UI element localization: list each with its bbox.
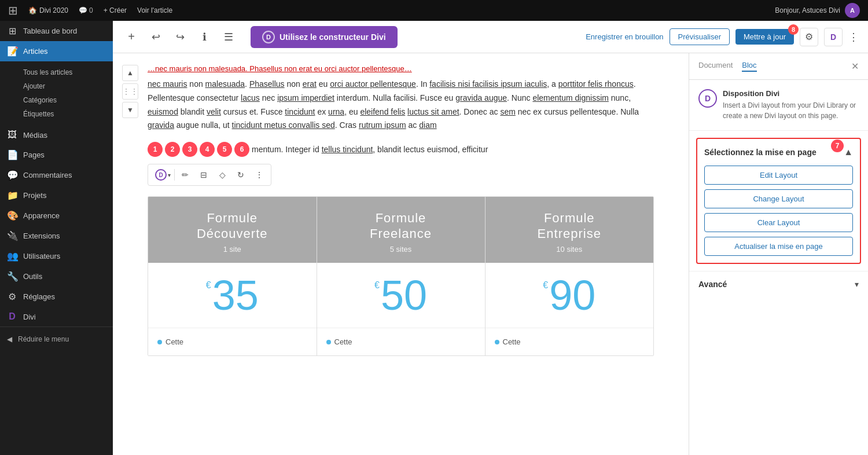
amount-3: 90 [549,274,595,316]
align-icon: ⊟ [200,170,207,179]
sidebar-item-reglages[interactable]: ⚙ Réglages [0,287,113,307]
voir-article-link[interactable]: Voir l'article [137,6,172,14]
avance-section[interactable]: Avancé ▾ [689,271,868,297]
chevron-down-icon: ▾ [168,172,171,178]
link-block-button[interactable]: ◇ [214,167,230,183]
badge-3: 3 [182,142,197,157]
sidebar-item-apparence[interactable]: 🎨 Apparence [0,206,113,226]
panel-header: Document Bloc ✕ [689,53,868,80]
divi-pricing-block: FormuleDécouverte 1 site FormuleFreelanc… [148,196,654,356]
text-link-tincidunt: tincidunt [285,107,315,116]
layout-collapse-button[interactable]: ▲ [844,147,853,157]
divi-disposition-icon: D [698,89,717,108]
info-button[interactable]: ℹ [195,28,214,46]
save-draft-button[interactable]: Enregistrer en brouillon [586,32,663,41]
edit-block-button[interactable]: ✏ [177,167,193,183]
reduce-icon: ◀ [7,335,12,343]
sidebar-item-projets[interactable]: 📁 Projets [0,185,113,206]
text-link-phasellus: Phasellus [249,79,285,89]
collapse-icon: ▲ [844,147,853,157]
align-block-button[interactable]: ⊟ [196,167,212,183]
feature-dot-3 [495,340,499,344]
medias-icon: 🖼 [7,130,17,140]
update-button[interactable]: Mettre à jour 8 [735,29,794,45]
settings-button[interactable]: ⚙ [800,28,818,46]
badge-7: 7 [831,140,844,152]
feature-dot-2 [326,340,331,344]
site-link[interactable]: 🏠 Divi 2020 [28,6,68,14]
pricing-header-col1: FormuleDécouverte 1 site [148,197,317,263]
more-icon: ⋮ [848,31,859,43]
sidebar-item-utilisateurs[interactable]: 👥 Utilisateurs [0,246,113,266]
sidebar-item-divi[interactable]: D Divi [0,307,113,326]
utilisateurs-icon: 👥 [7,251,17,262]
divi-block-d-icon: D [155,169,167,181]
commentaires-icon: 💬 [7,170,17,181]
sidebar-item-pages[interactable]: 📄 Pages [0,145,113,165]
layout-selection-section: Sélectionnez la mise en page 7 ▲ Edit La… [696,138,861,264]
sidebar-sub-categories[interactable]: Catégories [0,93,113,107]
text-link-malesuada: malesuada [205,79,245,89]
change-layout-button[interactable]: Change Layout [704,189,853,208]
sidebar-item-articles[interactable]: 📝 Articles [0,41,113,61]
sidebar-item-outils[interactable]: 🔧 Outils [0,266,113,287]
notification-link[interactable]: 💬 0 [79,6,93,14]
add-icon: + [128,30,135,43]
pencil-icon: ✏ [182,170,189,179]
divi-builder-button[interactable]: D Utilisez le constructeur Divi [251,26,398,48]
sidebar-sub-ajouter[interactable]: Ajouter [0,79,113,93]
divi-icon: D [7,311,17,322]
right-panel: Document Bloc ✕ D Disposition Divi Inser… [689,53,868,455]
clear-layout-button[interactable]: Clear Layout [704,213,853,232]
sidebar-reduce-menu[interactable]: ◀ Réduire le menu [7,332,106,347]
actualiser-layout-button[interactable]: Actualiser la mise en page [704,237,853,256]
outils-icon: 🔧 [7,271,17,282]
list-view-button[interactable]: ☰ [219,28,238,46]
badge-4: 4 [200,142,215,157]
divi-block-selector[interactable]: D ▾ [152,169,175,181]
text-link-elementum: elementum dignissim [532,93,609,102]
edit-layout-button[interactable]: Edit Layout [704,166,853,185]
preview-button[interactable]: Prévisualiser [670,28,730,45]
currency-1: € [206,280,211,291]
sidebar-item-commentaires[interactable]: 💬 Commentaires [0,165,113,185]
top-toolbar: + ↩ ↪ ℹ ☰ D Utilisez le constructeur Div… [113,21,868,53]
sidebar-item-medias[interactable]: 🖼 Médias [0,125,113,145]
sidebar-sub-tous-articles[interactable]: Tous les articles [0,65,113,79]
more-block-button[interactable]: ⋮ [251,167,267,183]
add-block-button[interactable]: + [122,28,141,46]
avatar: A [845,3,860,18]
plan-name-2: FormuleFreelance [326,211,476,241]
tab-bloc[interactable]: Bloc [742,61,756,72]
comment-icon: 💬 [79,6,87,14]
divi-disposition-title: Disposition Divi [723,89,859,98]
drag-handle-button[interactable]: ⋮⋮ [122,83,138,100]
refresh-block-button[interactable]: ↻ [233,167,249,183]
text-link-gravida2: gravida [148,120,174,130]
move-up-button[interactable]: ▲ [122,65,138,81]
feature-dot-1 [157,340,162,344]
more-options-button[interactable]: ⋮ [848,31,859,43]
plan-name-1: FormuleDécouverte [157,211,307,241]
sidebar-sub-etiquettes[interactable]: Étiquettes [0,107,113,121]
sidebar-item-extensions[interactable]: 🔌 Extensions [0,226,113,246]
extensions-icon: 🔌 [7,230,17,241]
divi-avatar-button[interactable]: D [824,28,843,46]
move-down-button[interactable]: ▼ [122,102,138,118]
tab-document[interactable]: Document [698,61,733,72]
redo-button[interactable]: ↪ [171,28,189,46]
text-link-luctus: luctus sit amet [407,107,459,116]
create-link[interactable]: + Créer [104,6,127,14]
divi-disposition-info: Disposition Divi Insert a Divi layout fr… [723,89,859,121]
text-link-facilisis: facilisis nisi facilisis ipsum iaculis [429,79,547,89]
info-icon: ℹ [203,31,207,43]
undo-button[interactable]: ↩ [146,28,165,46]
text-link-urna: urna [328,107,344,116]
text-link-lacus: lacus [241,93,260,102]
sidebar-item-tableau-de-bord[interactable]: ⊞ Tableau de bord [0,21,113,41]
pricing-header-col2: FormuleFreelance 5 sites [317,197,485,263]
panel-close-button[interactable]: ✕ [851,61,859,72]
divi-d-small-icon: D [830,32,836,42]
text-link-tincidunt2: tincidunt metus convallis sed [232,120,335,130]
list-icon: ☰ [224,31,233,43]
